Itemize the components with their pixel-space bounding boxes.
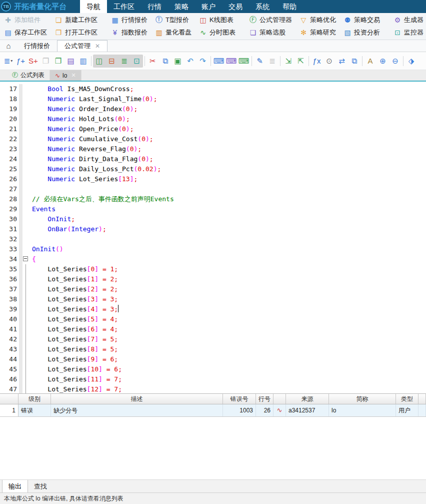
tab-quote-board[interactable]: 行情报价	[17, 40, 57, 52]
column-header-8[interactable]: 类型	[396, 394, 418, 404]
menu-item-3[interactable]: 策略	[168, 0, 195, 13]
index-quote-button[interactable]: ¥指数报价	[108, 26, 152, 39]
save-all-button[interactable]: ▥	[77, 55, 90, 68]
find-tab[interactable]: 查找	[28, 480, 53, 492]
strategy-stockpick-button[interactable]: ❏策略选股	[246, 26, 296, 39]
line-number[interactable]: 39	[0, 304, 19, 314]
find-button[interactable]: ⊙	[323, 55, 336, 68]
column-header-1[interactable]: 级别	[18, 394, 51, 404]
replace-button[interactable]: ⇄	[336, 55, 348, 68]
view-menu-button[interactable]: ≣▾	[2, 55, 14, 68]
line-number[interactable]: 19	[0, 104, 19, 114]
save-button[interactable]: ▤	[64, 55, 77, 68]
subtab-formula-list[interactable]: Ⓕ公式列表	[7, 70, 50, 81]
find-in-files-button[interactable]: ⧉	[348, 55, 360, 68]
t-quote-button[interactable]: ⓉT型报价	[152, 14, 196, 26]
line-number[interactable]: 29	[0, 204, 19, 214]
copy-button[interactable]: ⧉	[159, 55, 172, 68]
preview-button[interactable]: ⊡	[130, 55, 143, 68]
line-number[interactable]: 18	[0, 94, 19, 104]
output-tab[interactable]: 输出	[2, 480, 28, 492]
generator-button[interactable]: ⚙生成器	[390, 14, 426, 26]
goto-function-button[interactable]: ƒx	[310, 55, 323, 68]
quote-board-button[interactable]: ▦行情报价	[108, 14, 152, 26]
line-number[interactable]: 27	[0, 184, 19, 194]
line-number[interactable]: 28	[0, 194, 19, 204]
strategy-optimize-button[interactable]: ▽策略优化	[296, 14, 340, 26]
strategy-trade-button[interactable]: ⚉策略交易	[340, 14, 384, 26]
line-number[interactable]: 45	[0, 364, 19, 374]
check-syntax-button[interactable]: ⌨	[238, 55, 250, 68]
new-strategy-button[interactable]: S+	[27, 55, 40, 68]
column-header-3[interactable]: 错误号	[223, 394, 256, 404]
home-icon[interactable]: ⌂	[0, 40, 17, 52]
panel-view-button[interactable]: ◫	[93, 55, 106, 68]
list-view-button[interactable]: ≣	[118, 55, 130, 68]
tree-view-button[interactable]: ⊟	[106, 55, 118, 68]
edit-formula-button[interactable]: ✎	[254, 55, 266, 68]
close-icon[interactable]: ✕	[95, 43, 100, 50]
menu-item-1[interactable]: 工作区	[107, 0, 141, 13]
cut-button[interactable]: ✂	[146, 55, 159, 68]
table-row[interactable]: 1错误缺少分号100326∿a3412537lo用户	[0, 404, 426, 417]
line-number[interactable]: 44	[0, 354, 19, 364]
line-number[interactable]: 20	[0, 114, 19, 124]
insert-function-button[interactable]: ⌨	[225, 55, 238, 68]
fold-toggle-icon[interactable]	[22, 254, 32, 264]
menu-item-2[interactable]: 行情	[141, 0, 168, 13]
line-number[interactable]: 24	[0, 154, 19, 164]
paste-button[interactable]: ▣	[172, 55, 184, 68]
menu-item-5[interactable]: 交易	[222, 0, 249, 13]
line-number[interactable]: 35	[0, 264, 19, 274]
column-header-5[interactable]	[274, 394, 286, 404]
menu-item-7[interactable]: 帮助	[276, 0, 303, 13]
line-number[interactable]: 37	[0, 284, 19, 294]
quant-watch-button[interactable]: ▥量化看盘	[152, 26, 196, 39]
line-number[interactable]: 32	[0, 234, 19, 244]
overflow-button[interactable]: ⬗	[405, 55, 418, 68]
intraday-chart-button[interactable]: ∿分时图表	[196, 26, 240, 39]
menu-item-0[interactable]: 导航	[80, 0, 107, 13]
column-header-6[interactable]: 来源	[286, 394, 329, 404]
undo-button[interactable]: ↶	[184, 55, 196, 68]
line-number[interactable]: 40	[0, 314, 19, 324]
line-number[interactable]: 38	[0, 294, 19, 304]
close-icon[interactable]: ✕	[71, 72, 76, 79]
menu-item-4[interactable]: 账户	[195, 0, 222, 13]
column-header-0[interactable]	[0, 394, 18, 404]
font-button[interactable]: A	[364, 55, 376, 68]
zoom-out-button[interactable]: ⊖	[389, 55, 402, 68]
new-formula-button[interactable]: ƒ+	[14, 55, 27, 68]
column-header-2[interactable]: 描述	[51, 394, 223, 404]
code-editor[interactable]: 17 Bool Is_MA5_DownCross;18 Numeric Last…	[0, 82, 426, 393]
line-number[interactable]: 17	[0, 84, 19, 94]
menu-item-6[interactable]: 系统	[249, 0, 276, 13]
line-number[interactable]: 36	[0, 274, 19, 284]
strategy-research-button[interactable]: ✻策略研究	[296, 26, 340, 39]
line-number[interactable]: 46	[0, 374, 19, 384]
line-number[interactable]: 26	[0, 174, 19, 184]
line-number[interactable]: 34	[0, 254, 19, 264]
save-workspace-button[interactable]: ▤保存工作区	[1, 26, 52, 39]
insert-field-button[interactable]: ⌨	[212, 55, 225, 68]
line-number[interactable]: 25	[0, 164, 19, 174]
formula-manager-button[interactable]: Ⓕ公式管理器	[246, 14, 296, 26]
line-number[interactable]: 21	[0, 124, 19, 134]
line-number[interactable]: 30	[0, 214, 19, 224]
redo-button[interactable]: ↷	[196, 55, 209, 68]
line-number[interactable]: 41	[0, 324, 19, 334]
open-workspace-button[interactable]: ❐打开工作区	[52, 26, 102, 39]
kline-chart-button[interactable]: ◫K线图表	[196, 14, 240, 26]
formula-reference-button[interactable]: ❐	[52, 55, 64, 68]
invest-analysis-button[interactable]: ▧投资分析	[340, 26, 384, 39]
import-formula-button[interactable]: ⇲	[282, 55, 294, 68]
column-header-7[interactable]: 简称	[329, 394, 396, 404]
monitor-button[interactable]: ⊡监控器	[390, 26, 426, 39]
line-number[interactable]: 23	[0, 144, 19, 154]
line-number[interactable]: 47	[0, 384, 19, 393]
tab-formula-manage[interactable]: 公式管理✕	[57, 40, 108, 52]
line-number[interactable]: 22	[0, 134, 19, 144]
line-number[interactable]: 42	[0, 334, 19, 344]
column-header-9[interactable]	[418, 394, 426, 404]
column-header-4[interactable]: 行号	[256, 394, 274, 404]
